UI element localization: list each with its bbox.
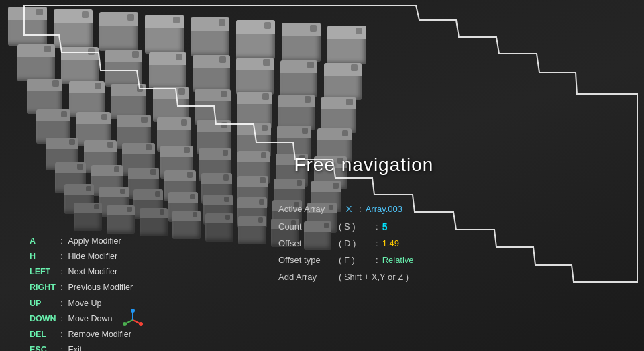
viewport: Free navigation Active Array X : Array.0… <box>0 0 644 351</box>
scene-background <box>0 0 644 351</box>
